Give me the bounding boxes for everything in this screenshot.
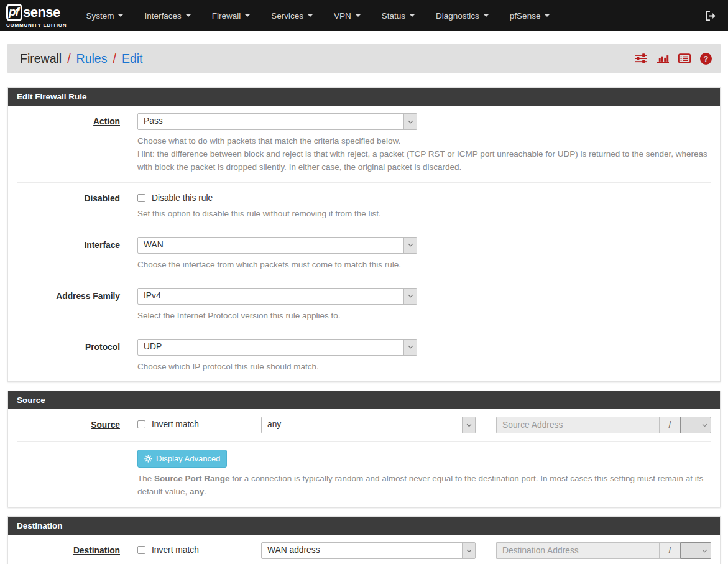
top-navbar: pf sense COMMUNITY EDITION System Interf… (0, 0, 728, 31)
disable-rule-checkbox-label: Disable this rule (152, 193, 213, 203)
caret-down-icon (356, 14, 361, 17)
navbar-menu: System Interfaces Firewall Services VPN … (75, 0, 560, 31)
protocol-select[interactable]: UDP (137, 339, 417, 356)
disable-rule-checkbox-wrap[interactable]: Disable this rule (137, 190, 711, 203)
select-dropdown-button[interactable] (403, 114, 417, 129)
interface-label: Interface (17, 237, 120, 272)
action-select[interactable]: Pass (137, 113, 417, 130)
source-port-help-bold: Source Port Range (154, 474, 230, 483)
destination-type-select-value: WAN address (262, 543, 462, 558)
gear-icon (144, 455, 152, 463)
interface-help: Choose the interface from which packets … (137, 259, 711, 272)
list-icon[interactable] (678, 53, 691, 63)
nav-item-vpn[interactable]: VPN (323, 0, 371, 31)
address-family-help: Select the Internet Protocol version thi… (137, 310, 711, 323)
nav-item-label: Firewall (212, 11, 241, 21)
panel-title: Destination (8, 517, 720, 535)
source-mask-select[interactable] (680, 417, 711, 433)
source-address-group: / (496, 417, 711, 433)
logout-button[interactable] (704, 11, 717, 21)
panel-body: Destination Invert match WAN address (8, 535, 720, 564)
source-invert-checkbox-wrap[interactable]: Invert match (137, 417, 261, 429)
mask-separator: / (659, 542, 680, 559)
destination-invert-checkbox-wrap[interactable]: Invert match (137, 542, 261, 555)
pfsense-logo[interactable]: pf sense COMMUNITY EDITION (6, 4, 67, 28)
nav-item-system[interactable]: System (75, 0, 134, 31)
display-advanced-button-label: Display Advanced (156, 454, 220, 463)
action-select-value: Pass (138, 114, 403, 129)
interface-select[interactable]: WAN (137, 237, 417, 254)
nav-item-label: Interfaces (144, 11, 181, 21)
breadcrumb: Firewall / Rules / Edit (20, 52, 143, 66)
chevron-down-icon (408, 243, 413, 247)
chevron-down-icon (408, 345, 413, 349)
chevron-down-icon (408, 294, 413, 298)
caret-down-icon (410, 14, 415, 17)
select-dropdown-button[interactable] (403, 340, 417, 355)
protocol-row: Protocol UDP Choose which IP protocol th… (17, 331, 711, 382)
nav-item-pfsense[interactable]: pfSense (499, 0, 561, 31)
action-help-line2: Hint: the difference between block and r… (137, 148, 711, 174)
disabled-row: Disabled Disable this rule Set this opti… (17, 183, 711, 229)
panel-body: Action Pass Choose what to do with packe… (8, 106, 720, 381)
bar-chart-icon[interactable] (657, 53, 669, 63)
nav-item-firewall[interactable]: Firewall (201, 0, 261, 31)
disable-rule-checkbox[interactable] (137, 194, 145, 202)
source-address-input[interactable] (496, 417, 659, 433)
nav-item-label: pfSense (510, 11, 541, 21)
destination-address-input[interactable] (496, 542, 659, 559)
destination-mask-select[interactable] (680, 542, 711, 559)
interface-select-value: WAN (138, 238, 403, 253)
destination-invert-checkbox[interactable] (137, 546, 145, 554)
protocol-label: Protocol (17, 339, 120, 374)
chevron-down-icon (702, 423, 707, 427)
source-invert-label: Invert match (152, 420, 199, 429)
breadcrumb-link-rules[interactable]: Rules (76, 52, 108, 66)
destination-type-select[interactable]: WAN address (261, 542, 476, 559)
source-type-select[interactable]: any (261, 417, 476, 433)
display-advanced-button[interactable]: Display Advanced (137, 450, 227, 468)
caret-down-icon (118, 14, 123, 17)
address-family-select[interactable]: IPv4 (137, 288, 417, 305)
address-family-select-value: IPv4 (138, 289, 403, 304)
destination-invert-label: Invert match (152, 545, 199, 555)
sliders-icon[interactable] (635, 53, 647, 63)
breadcrumb-separator: / (113, 52, 116, 66)
chevron-down-icon (466, 549, 472, 553)
source-advanced-row: Display Advanced The Source Port Range f… (17, 442, 711, 507)
nav-item-services[interactable]: Services (260, 0, 323, 31)
chevron-down-icon (702, 549, 707, 553)
select-dropdown-button[interactable] (403, 289, 417, 304)
select-dropdown-button[interactable] (462, 543, 475, 558)
breadcrumb-bar: Firewall / Rules / Edit (7, 44, 721, 73)
nav-item-label: Services (271, 11, 303, 21)
source-panel: Source Source Invert match any (7, 391, 721, 507)
address-family-label: Address Family (17, 288, 120, 323)
nav-item-diagnostics[interactable]: Diagnostics (425, 0, 499, 31)
breadcrumb-link-edit[interactable]: Edit (122, 52, 143, 66)
source-port-help-bold: any (190, 487, 204, 496)
nav-item-status[interactable]: Status (371, 0, 425, 31)
empty-label (17, 450, 120, 499)
source-port-help-post: . (204, 487, 206, 496)
chevron-down-icon (408, 120, 413, 124)
nav-item-interfaces[interactable]: Interfaces (134, 0, 201, 31)
address-family-row: Address Family IPv4 Select the Internet … (17, 280, 711, 331)
panel-title: Source (8, 391, 720, 409)
community-edition-tagline: COMMUNITY EDITION (6, 22, 67, 28)
caret-down-icon (545, 14, 550, 17)
action-help: Choose what to do with packets that matc… (137, 135, 711, 174)
breadcrumb-toolbar: ? (635, 53, 712, 65)
help-icon[interactable]: ? (700, 53, 712, 65)
disabled-help: Set this option to disable this rule wit… (137, 208, 711, 221)
source-invert-checkbox[interactable] (137, 420, 145, 428)
source-label: Source (17, 417, 120, 433)
select-dropdown-button[interactable] (403, 238, 417, 253)
disabled-label: Disabled (17, 190, 120, 221)
pfsense-logo-pf: pf (6, 4, 22, 21)
action-help-line1: Choose what to do with packets that matc… (137, 135, 711, 148)
select-dropdown-button[interactable] (462, 417, 475, 433)
pfsense-logo-wordmark: pf sense (6, 4, 67, 21)
source-port-help: The Source Port Range for a connection i… (137, 473, 711, 499)
source-type-select-value: any (262, 417, 462, 433)
